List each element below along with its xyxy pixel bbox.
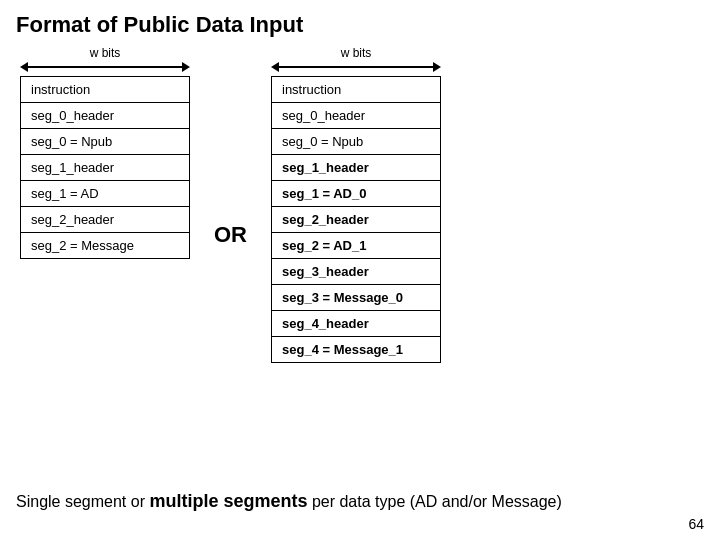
table-row: seg_0 = Npub	[272, 129, 441, 155]
table-row: seg_4_header	[272, 311, 441, 337]
table-row: seg_4 = Message_1	[272, 337, 441, 363]
right-w-bits-section: w bits	[271, 46, 441, 72]
left-arrow-line	[28, 66, 182, 68]
table-row: seg_3_header	[272, 259, 441, 285]
table-row: seg_1 = AD	[21, 181, 190, 207]
table-row: seg_1 = AD_0	[272, 181, 441, 207]
right-table: w bits instructionseg_0_headerseg_0 = Np…	[271, 46, 441, 363]
right-arrowhead-right	[433, 62, 441, 72]
table-row: seg_1_header	[21, 155, 190, 181]
right-data-table: instructionseg_0_headerseg_0 = Npubseg_1…	[271, 76, 441, 363]
bottom-text: Single segment or multiple segments per …	[16, 491, 562, 512]
right-w-bits-label: w bits	[341, 46, 372, 60]
table-row: seg_2_header	[21, 207, 190, 233]
left-arrowhead-left	[20, 62, 28, 72]
table-row: seg_0 = Npub	[21, 129, 190, 155]
page-number: 64	[688, 516, 704, 532]
left-arrowhead-right	[182, 62, 190, 72]
bottom-text-bold: multiple segments	[149, 491, 307, 511]
table-row: seg_0_header	[21, 103, 190, 129]
table-row: seg_2 = Message	[21, 233, 190, 259]
left-w-bits-label: w bits	[90, 46, 121, 60]
left-data-table: instructionseg_0_headerseg_0 = Npubseg_1…	[20, 76, 190, 259]
left-table: w bits instructionseg_0_headerseg_0 = Np…	[20, 46, 190, 259]
right-arrowhead-left	[271, 62, 279, 72]
table-row: seg_0_header	[272, 103, 441, 129]
right-arrow-line	[279, 66, 433, 68]
table-row: instruction	[272, 77, 441, 103]
table-row: seg_1_header	[272, 155, 441, 181]
table-row: seg_3 = Message_0	[272, 285, 441, 311]
left-arrow	[20, 62, 190, 72]
right-arrow	[271, 62, 441, 72]
table-row: instruction	[21, 77, 190, 103]
bottom-text-normal: Single segment or	[16, 493, 149, 510]
left-w-bits-section: w bits	[20, 46, 190, 72]
table-row: seg_2 = AD_1	[272, 233, 441, 259]
or-label: OR	[214, 222, 247, 248]
bottom-text-normal2: per data type (AD and/or Message)	[307, 493, 561, 510]
page-title: Format of Public Data Input	[0, 0, 720, 46]
table-row: seg_2_header	[272, 207, 441, 233]
